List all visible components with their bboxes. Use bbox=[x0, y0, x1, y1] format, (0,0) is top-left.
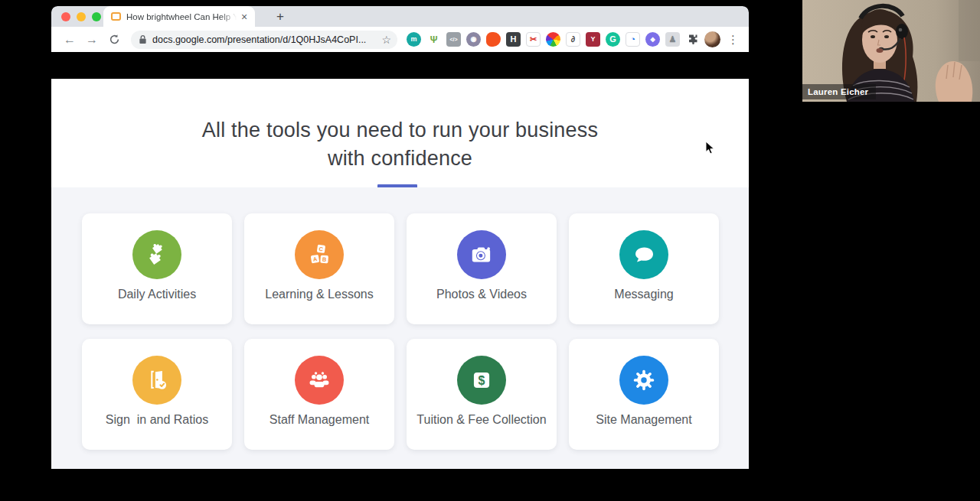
extension-glyph: ◉ bbox=[471, 36, 477, 43]
slide-title: All the tools you need to run your busin… bbox=[51, 116, 749, 173]
card-photos-videos[interactable]: Photos & Videos bbox=[407, 213, 557, 324]
extension-glyph: ♟ bbox=[669, 35, 677, 44]
abc-blocks-icon: C A B bbox=[295, 230, 344, 279]
mailtrack-extension-icon[interactable]: m bbox=[407, 32, 421, 47]
mouse-cursor bbox=[705, 141, 715, 155]
card-tuition-fee-collection[interactable]: $ Tuition & Fee Collection bbox=[407, 339, 557, 450]
participant-name-label: Lauren Eicher bbox=[802, 84, 876, 99]
color-wheel-extension-icon[interactable] bbox=[546, 32, 560, 47]
reload-icon[interactable] bbox=[106, 34, 122, 45]
dollar-icon: $ bbox=[457, 356, 506, 405]
lock-icon bbox=[139, 34, 147, 44]
extension-glyph: H bbox=[511, 35, 517, 44]
slide-title-line2: with confidence bbox=[51, 145, 749, 173]
extension-glyph: ✂ bbox=[530, 35, 537, 44]
tree-extension-icon[interactable]: Ψ bbox=[426, 32, 441, 47]
extensions-row: m Ψ </> ◉ H ✂ ∂ Y G ◔ ◆ ♟ bbox=[407, 32, 700, 47]
feature-cards-grid: Daily Activities C A B Learning & Lesson… bbox=[82, 213, 719, 450]
browser-tab[interactable]: How brightwheel Can Help You × bbox=[103, 6, 255, 27]
card-label: Learning & Lessons bbox=[265, 288, 373, 301]
google-slides-favicon-icon bbox=[111, 12, 121, 21]
zoom-window-button[interactable] bbox=[92, 12, 101, 21]
card-label: Staff Management bbox=[270, 413, 369, 427]
feature-cards-section: Daily Activities C A B Learning & Lesson… bbox=[51, 187, 749, 469]
card-label: Site Management bbox=[596, 413, 691, 427]
bookmark-star-icon[interactable]: ☆ bbox=[381, 34, 391, 46]
card-learning-lessons[interactable]: C A B Learning & Lessons bbox=[244, 213, 394, 324]
puzzle-icon bbox=[132, 230, 181, 279]
tab-close-icon[interactable]: × bbox=[241, 11, 247, 22]
camera-icon bbox=[457, 230, 506, 279]
shield-extension-icon[interactable]: ◆ bbox=[645, 32, 660, 47]
red-badge-extension-icon[interactable]: Y bbox=[586, 32, 600, 47]
extension-glyph: ∂ bbox=[571, 35, 575, 44]
window-controls bbox=[61, 12, 101, 21]
lock-dial-extension-icon[interactable]: ◔ bbox=[626, 32, 640, 47]
extensions-puzzle-icon[interactable] bbox=[685, 32, 700, 47]
card-label: Sign in and Ratios bbox=[106, 413, 208, 427]
duck-extension-icon[interactable]: ∂ bbox=[566, 32, 580, 47]
extension-glyph: Y bbox=[590, 36, 595, 43]
tab-title: How brightwheel Can Help You bbox=[126, 12, 237, 21]
minimize-window-button[interactable] bbox=[77, 12, 86, 21]
extension-glyph: G bbox=[609, 35, 616, 44]
close-window-button[interactable] bbox=[61, 12, 70, 21]
card-messaging[interactable]: Messaging bbox=[569, 213, 719, 324]
gear-icon bbox=[619, 356, 668, 405]
orb-extension-icon[interactable]: ◉ bbox=[466, 32, 481, 47]
h-extension-icon[interactable]: H bbox=[506, 32, 521, 47]
door-check-icon bbox=[132, 356, 181, 405]
card-label: Messaging bbox=[614, 288, 673, 301]
video-call-stage: How brightwheel Can Help You × + ← → doc… bbox=[0, 0, 980, 501]
card-label: Daily Activities bbox=[118, 288, 196, 301]
browser-menu-icon[interactable]: ⋮ bbox=[727, 33, 739, 47]
card-daily-activities[interactable]: Daily Activities bbox=[82, 213, 232, 324]
slide-title-line1: All the tools you need to run your busin… bbox=[51, 116, 749, 145]
extension-glyph: Ψ bbox=[430, 35, 438, 44]
profile-avatar[interactable] bbox=[704, 31, 720, 47]
presentation-letterbox-top bbox=[51, 52, 749, 79]
webcam-video[interactable]: Lauren Eicher bbox=[802, 0, 980, 102]
address-bar[interactable]: docs.google.com/presentation/d/1Q0HJsA4C… bbox=[131, 31, 397, 49]
new-tab-button[interactable]: + bbox=[272, 8, 289, 25]
card-label: Tuition & Fee Collection bbox=[416, 413, 546, 427]
card-sign-in-ratios[interactable]: Sign in and Ratios bbox=[82, 339, 232, 450]
extension-glyph: </> bbox=[449, 37, 457, 42]
browser-toolbar: ← → docs.google.com/presentation/d/1Q0HJ… bbox=[51, 27, 749, 52]
card-site-management[interactable]: Site Management bbox=[569, 339, 719, 450]
card-staff-management[interactable]: Staff Management bbox=[244, 339, 394, 450]
people-icon bbox=[295, 356, 344, 405]
fox-extension-icon[interactable] bbox=[486, 32, 501, 47]
extension-glyph: ◔ bbox=[630, 35, 635, 44]
extension-glyph: ◆ bbox=[650, 37, 655, 43]
url-text: docs.google.com/presentation/d/1Q0HJsA4C… bbox=[152, 34, 381, 45]
forward-icon[interactable]: → bbox=[84, 33, 100, 47]
browser-tab-bar: How brightwheel Can Help You × + bbox=[51, 6, 749, 27]
grammarly-extension-icon[interactable]: G bbox=[606, 32, 620, 47]
card-label: Photos & Videos bbox=[436, 288, 527, 301]
code-extension-icon[interactable]: </> bbox=[446, 32, 461, 47]
clipper-extension-icon[interactable]: ✂ bbox=[526, 32, 541, 47]
chat-bubble-icon bbox=[619, 230, 668, 279]
extension-glyph: m bbox=[410, 36, 416, 43]
browser-window: How brightwheel Can Help You × + ← → doc… bbox=[51, 6, 749, 497]
presentation-slide: All the tools you need to run your busin… bbox=[51, 79, 749, 469]
person-extension-icon[interactable]: ♟ bbox=[665, 32, 680, 47]
svg-text:$: $ bbox=[479, 374, 485, 387]
back-icon[interactable]: ← bbox=[62, 33, 77, 47]
